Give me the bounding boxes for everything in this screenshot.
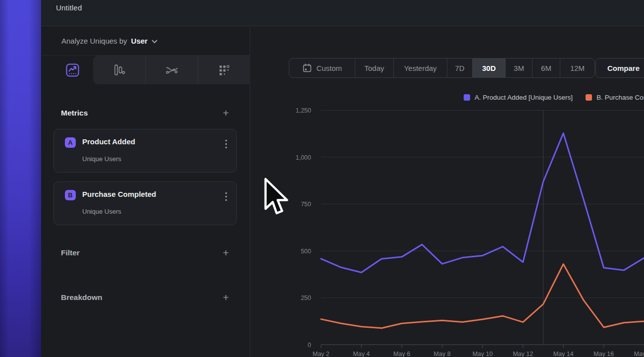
report-title[interactable]: Untitled <box>56 3 82 12</box>
analyze-by-label: Analyze Uniques by <box>61 37 127 45</box>
retention-grid-icon <box>218 64 230 76</box>
filter-header: Filter + <box>61 247 229 258</box>
date-range-segmented-control: Custom Today Yesterday 7D 30D 3M 6M 12M <box>289 58 595 78</box>
line-chart[interactable]: 02505007501,0001,250May 2May 4May 6May 8… <box>250 79 644 357</box>
calendar-icon <box>302 63 312 73</box>
svg-text:500: 500 <box>301 248 311 255</box>
svg-text:May 16: May 16 <box>593 351 614 357</box>
tab-group <box>93 56 250 84</box>
metric-letter-badge: B <box>65 190 76 200</box>
svg-text:May 8: May 8 <box>434 351 451 357</box>
breakdown-title: Breakdown <box>61 293 103 302</box>
range-today-button[interactable]: Today <box>355 59 393 77</box>
filter-title: Filter <box>61 248 80 257</box>
metric-measure[interactable]: Unique Users <box>82 208 121 215</box>
tab-funnels[interactable] <box>93 56 145 84</box>
svg-text:May 10: May 10 <box>473 351 493 357</box>
metric-card-product-added[interactable]: A Product Added Unique Users <box>54 129 237 173</box>
svg-text:May 14: May 14 <box>553 351 574 357</box>
flows-icon <box>165 64 178 76</box>
range-7d-button[interactable]: 7D <box>447 59 472 77</box>
sidebar: Analyze Uniques by User <box>41 27 250 357</box>
compare-button[interactable]: Compare <box>595 58 644 78</box>
svg-text:250: 250 <box>301 295 311 301</box>
kebab-menu-icon[interactable] <box>225 192 227 201</box>
range-3m-button[interactable]: 3M <box>505 59 532 77</box>
metric-letter-badge: A <box>65 137 76 148</box>
add-filter-button[interactable]: + <box>223 247 229 258</box>
brand-gradient-strip <box>0 0 41 357</box>
svg-text:0: 0 <box>308 342 311 349</box>
svg-text:May 18: May 18 <box>634 351 644 357</box>
svg-text:May 2: May 2 <box>313 351 329 357</box>
svg-text:750: 750 <box>301 201 311 208</box>
range-12m-button[interactable]: 12M <box>560 59 594 77</box>
analyze-row: Analyze Uniques by User <box>41 27 250 56</box>
range-custom-button[interactable]: Custom <box>289 59 355 77</box>
svg-text:May 12: May 12 <box>513 351 533 357</box>
svg-text:May 6: May 6 <box>393 351 410 357</box>
add-breakdown-button[interactable]: + <box>223 292 229 302</box>
analyze-by-value-dropdown[interactable]: User <box>131 37 148 45</box>
breakdown-header: Breakdown + <box>61 292 229 302</box>
range-6m-button[interactable]: 6M <box>532 59 560 77</box>
metrics-header: Metrics + <box>61 108 229 118</box>
metric-name: Product Added <box>82 137 135 146</box>
range-30d-button[interactable]: 30D <box>472 59 505 77</box>
metric-card-purchase-completed[interactable]: B Purchase Completed Unique Users <box>54 181 237 225</box>
metric-name: Purchase Completed <box>82 190 156 198</box>
insights-chart-icon <box>66 63 79 77</box>
funnel-bars-icon <box>113 64 125 76</box>
chevron-down-icon[interactable] <box>152 40 158 44</box>
svg-text:1,000: 1,000 <box>296 154 311 161</box>
tab-flows[interactable] <box>145 56 198 84</box>
tab-retention[interactable] <box>198 56 250 84</box>
range-yesterday-button[interactable]: Yesterday <box>393 59 447 77</box>
tab-insights[interactable] <box>52 56 93 84</box>
app-window: Untitled Analyze Uniques by User <box>0 0 644 357</box>
svg-text:May 4: May 4 <box>353 351 370 357</box>
report-type-tabs <box>41 56 250 84</box>
metric-measure[interactable]: Unique Users <box>82 155 121 163</box>
metrics-title: Metrics <box>61 109 88 118</box>
kebab-menu-icon[interactable] <box>225 139 227 149</box>
svg-text:1,250: 1,250 <box>296 107 311 114</box>
add-metric-button[interactable]: + <box>223 108 229 118</box>
top-bar: Untitled <box>41 0 644 26</box>
